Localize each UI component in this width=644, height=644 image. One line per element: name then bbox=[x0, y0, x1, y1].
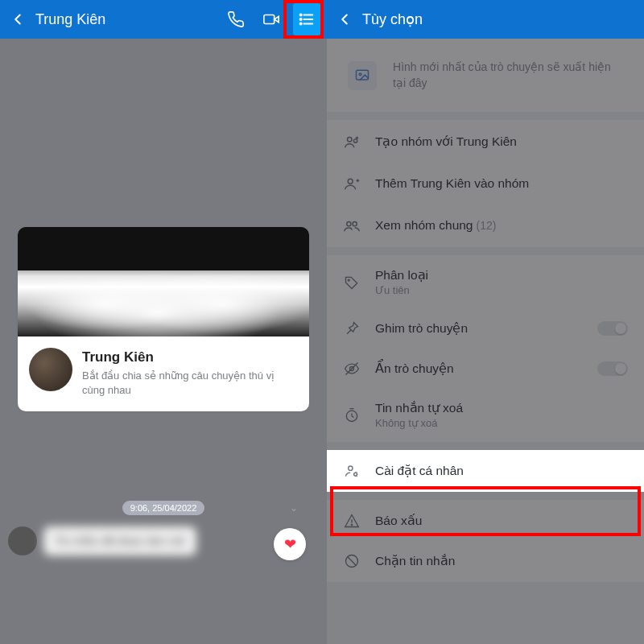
chat-header: Trung Kiên bbox=[0, 0, 327, 39]
row-label: Ghim trò chuyện bbox=[375, 321, 583, 336]
svg-point-10 bbox=[348, 138, 353, 142]
react-heart-button[interactable]: ❤ bbox=[274, 528, 306, 560]
svg-point-19 bbox=[348, 279, 349, 281]
svg-point-6 bbox=[300, 19, 302, 20]
svg-line-24 bbox=[352, 416, 354, 418]
message-avatar bbox=[8, 526, 37, 555]
chat-contact-name: Trung Kiên bbox=[35, 11, 222, 28]
row-label: Thêm Trung Kiên vào nhóm bbox=[375, 176, 628, 191]
row-label: Tạo nhóm với Trung Kiên bbox=[375, 134, 628, 149]
create-group-icon bbox=[343, 133, 361, 151]
block-icon bbox=[343, 553, 361, 569]
timestamp-text: 9:06, 25/04/2022 bbox=[122, 501, 205, 515]
svg-point-26 bbox=[349, 466, 353, 470]
message-row: Tin nhắn đã được làm mờ ⌄ ❤ bbox=[8, 526, 316, 555]
report-row[interactable]: Báo xấu bbox=[327, 500, 644, 542]
row-label: Tin nhắn tự xoá bbox=[375, 401, 628, 415]
pin-chat-row[interactable]: Ghim trò chuyện bbox=[327, 309, 644, 349]
contact-profile-card[interactable]: Trung Kiên Bắt đầu chia sẻ những câu chu… bbox=[18, 227, 309, 411]
svg-point-9 bbox=[359, 73, 361, 76]
warning-icon bbox=[343, 513, 361, 529]
create-group-row[interactable]: Tạo nhóm với Trung Kiên bbox=[327, 120, 644, 163]
svg-point-29 bbox=[351, 525, 352, 526]
group-icon bbox=[343, 217, 361, 234]
message-bubble-blurred: Tin nhắn đã được làm mờ bbox=[43, 526, 196, 555]
row-label: Chặn tin nhắn bbox=[375, 554, 628, 568]
back-icon[interactable] bbox=[333, 8, 356, 31]
hide-switch[interactable] bbox=[597, 361, 628, 376]
common-groups-row[interactable]: Xem nhóm chung(12) bbox=[327, 205, 644, 247]
tag-icon bbox=[343, 275, 361, 291]
options-list-icon[interactable] bbox=[293, 6, 320, 33]
svg-point-14 bbox=[348, 180, 353, 184]
avatar bbox=[29, 348, 72, 391]
chat-body: Trung Kiên Bắt đầu chia sẻ những câu chu… bbox=[0, 39, 327, 644]
auto-delete-row[interactable]: Tin nhắn tự xoá Không tự xoá bbox=[327, 390, 644, 442]
svg-point-17 bbox=[347, 222, 351, 226]
add-to-group-row[interactable]: Thêm Trung Kiên vào nhóm bbox=[327, 163, 644, 205]
back-icon[interactable] bbox=[6, 8, 29, 31]
svg-point-5 bbox=[300, 14, 302, 15]
personal-settings-row[interactable]: Cài đặt cá nhân bbox=[327, 450, 644, 492]
svg-point-11 bbox=[353, 139, 357, 142]
options-header: Tùy chọn bbox=[327, 0, 644, 39]
group-actions-section: Tạo nhóm với Trung Kiên Thêm Trung Kiên … bbox=[327, 120, 644, 247]
block-row[interactable]: Chặn tin nhắn bbox=[327, 542, 644, 582]
timer-icon bbox=[343, 407, 361, 423]
hide-chat-row[interactable]: Ẩn trò chuyện bbox=[327, 349, 644, 390]
options-title: Tùy chọn bbox=[362, 10, 638, 28]
svg-point-7 bbox=[300, 23, 302, 24]
svg-marker-1 bbox=[275, 16, 279, 22]
user-gear-icon bbox=[343, 463, 361, 479]
row-label: Xem nhóm chung(12) bbox=[375, 218, 628, 233]
pin-switch[interactable] bbox=[597, 321, 628, 336]
message-timestamp: 9:06, 25/04/2022 bbox=[0, 500, 327, 515]
add-user-icon bbox=[343, 175, 361, 192]
media-banner-text: Hình mới nhất của trò chuyện sẽ xuất hiệ… bbox=[393, 60, 623, 91]
row-label: Phân loại bbox=[375, 268, 628, 283]
row-label: Ẩn trò chuyện bbox=[375, 361, 583, 376]
pin-icon bbox=[343, 320, 361, 336]
chevron-down-icon[interactable]: ⌄ bbox=[290, 502, 298, 514]
moderation-section: Báo xấu Chặn tin nhắn bbox=[327, 500, 644, 582]
personal-section: Cài đặt cá nhân bbox=[327, 450, 644, 492]
recent-media-banner[interactable]: Hình mới nhất của trò chuyện sẽ xuất hiệ… bbox=[327, 39, 644, 112]
cover-photo bbox=[18, 227, 309, 336]
voice-call-icon[interactable] bbox=[222, 6, 250, 33]
chat-settings-section: Phân loại Ưu tiên Ghim trò chuyện Ẩn trò… bbox=[327, 255, 644, 442]
options-pane: Tùy chọn Hình mới nhất của trò chuyện sẽ… bbox=[327, 0, 644, 644]
heart-icon: ❤ bbox=[284, 535, 296, 553]
row-sublabel: Ưu tiên bbox=[375, 284, 628, 296]
row-label: Cài đặt cá nhân bbox=[375, 464, 628, 478]
video-call-icon[interactable] bbox=[258, 6, 285, 33]
svg-line-31 bbox=[348, 557, 357, 566]
svg-rect-0 bbox=[264, 15, 275, 24]
chat-pane: Trung Kiên Trung Kiên Bắt đầu chia bbox=[0, 0, 327, 644]
row-sublabel: Không tự xoá bbox=[375, 417, 628, 429]
profile-card-name: Trung Kiên bbox=[82, 349, 298, 365]
eye-off-icon bbox=[343, 361, 361, 377]
image-icon bbox=[348, 61, 377, 90]
row-label: Báo xấu bbox=[375, 514, 628, 528]
profile-card-subtitle: Bắt đầu chia sẻ những câu chuyện thú vị … bbox=[82, 369, 298, 397]
category-row[interactable]: Phân loại Ưu tiên bbox=[327, 255, 644, 309]
svg-point-18 bbox=[353, 222, 357, 226]
